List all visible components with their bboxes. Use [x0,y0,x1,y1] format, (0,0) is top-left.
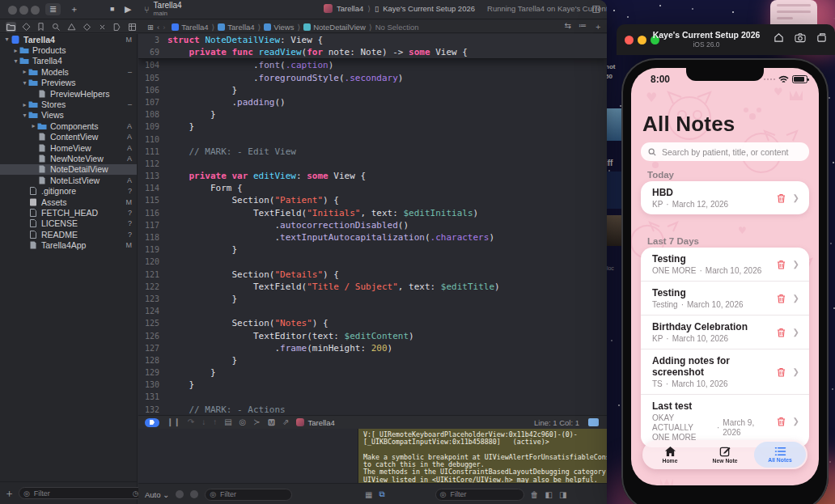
stop-button-icon[interactable]: ■ [110,5,114,13]
disclosure-closed-icon[interactable]: ▸ [12,47,19,54]
sidebar-item-license[interactable]: LICENSE? [0,218,137,229]
sidebar-item-notelistview[interactable]: NoteListViewA [0,175,137,185]
delete-note-icon[interactable] [777,193,786,203]
bookmarks-navigator-icon[interactable] [36,22,47,32]
variables-option-icon[interactable] [176,490,184,498]
delete-note-icon[interactable] [777,294,786,303]
screenshot-icon[interactable] [795,32,806,43]
note-list-item[interactable]: Birthday CelebrationKP·March 10, 2026❯ [641,315,809,349]
add-file-icon[interactable]: ＋ [4,486,15,501]
tab-home[interactable]: Home [642,440,697,469]
sidebar-item-products[interactable]: ▸Products [0,44,137,55]
sidebar-item-homeview[interactable]: HomeViewA [0,142,137,153]
breadcrumb-item[interactable]: Tarella4 [172,23,208,32]
console-output[interactable]: V:[_UIRemoteKeyboardPlaceholderView:0x11… [358,429,607,483]
sidebar-item-previews[interactable]: ▾Previews [0,78,137,88]
forward-icon[interactable]: › [163,23,165,32]
console-filter-mode-icon[interactable]: ⧉ [379,489,384,499]
home-button-icon[interactable] [774,32,784,43]
sidebar-item-fetch_head[interactable]: FETCH_HEAD? [0,207,137,218]
scheme-selector[interactable]: Tarella4 ⟩ ▯ Kaye's Current Setup 2026 R… [324,4,607,13]
sidebar-item-views[interactable]: ▾Views [0,110,137,121]
tab-all-notes[interactable]: All Notes [752,440,807,469]
disclosure-open-icon[interactable]: ▾ [21,112,28,119]
clear-console-icon[interactable]: 🗑 [531,490,539,499]
back-icon[interactable]: ‹ [157,23,159,32]
related-items-icon[interactable]: ⊞ [147,23,154,32]
disclosure-open-icon[interactable]: ▾ [3,36,11,43]
close-button[interactable] [8,6,17,15]
minimize-button[interactable] [19,6,28,15]
breadcrumb-item[interactable]: NoteDetailView [303,23,366,32]
console-mode-icon[interactable]: ▦ [365,490,372,499]
breadcrumb-item[interactable]: No Selection [375,23,419,32]
disclosure-open-icon[interactable]: ▾ [21,79,28,87]
variables-filter-input[interactable] [218,489,287,499]
breakpoints-toggle-icon[interactable] [145,418,159,427]
delete-note-icon[interactable] [777,367,786,377]
environment-overrides-icon[interactable]: ≻ [253,418,260,426]
sidebar-item-.gitignore[interactable]: .gitignore? [0,185,137,196]
disclosure-closed-icon[interactable]: ▸ [30,122,37,129]
add-tab-icon[interactable]: ＋ [70,3,78,15]
delete-note-icon[interactable] [777,328,786,337]
memory-graph-icon[interactable]: ◎ [239,418,247,426]
disclosure-open-icon[interactable]: ▾ [12,57,19,65]
variables-view[interactable] [138,429,358,483]
note-list-item[interactable]: TestingONE MORE·March 10, 2026❯ [641,248,809,281]
breadcrumb-item[interactable]: Views [264,23,294,32]
pause-icon[interactable]: ❙❙ [167,418,180,426]
view-hierarchy-icon[interactable]: ▤ [224,418,231,426]
simulator-titlebar[interactable]: Kaye's Current Setup 2026 iOS 26.0 [617,24,835,55]
source-editor[interactable]: 3struct NoteDetailView: View {69 private… [138,34,607,415]
debug-navigator-icon[interactable] [97,22,108,32]
delete-note-icon[interactable] [777,260,786,269]
variables-option-icon[interactable] [190,490,198,498]
breadcrumb-item[interactable]: Tarella4 [218,23,254,32]
disclosure-closed-icon[interactable]: ▸ [21,101,28,108]
sidebar-item-readme[interactable]: README? [0,229,137,239]
variables-mode-select[interactable]: Auto ⌄ [145,490,169,499]
step-out-icon[interactable]: ↑ [213,418,217,426]
note-list-item[interactable]: TestingTesting·March 10, 2026❯ [641,281,809,315]
sidebar-item-models[interactable]: ▸Models– [0,66,137,77]
note-list-item[interactable]: HBDKP·March 12, 2026❯ [641,181,809,214]
sidebar-item-assets[interactable]: AssetsM [0,197,137,207]
step-into-icon[interactable]: ↓ [201,418,206,426]
code-review-icon[interactable]: ⇆ [565,21,571,32]
project-navigator-icon[interactable] [6,22,16,32]
tab-new-note[interactable]: New Note [697,440,752,469]
sidebar-item-tarella4[interactable]: ▾Tarella4M [0,34,137,44]
step-over-icon[interactable]: ↷ [188,418,194,426]
sidebar-item-newnoteview[interactable]: NewNoteViewA [0,153,137,163]
sidebar-item-previewhelpers[interactable]: PreviewHelpers [0,88,137,99]
source-control-navigator-icon[interactable] [21,22,32,32]
sidebar-item-contentview[interactable]: ContentViewA [0,132,137,142]
disclosure-closed-icon[interactable]: ▸ [21,68,28,75]
sidebar-item-tarella4app[interactable]: Tarella4AppM [0,239,137,250]
run-button-icon[interactable]: ▶ [125,4,131,15]
metal-capture-icon[interactable]: 🅼 [268,418,275,426]
variables-filter-field[interactable]: ◎ [205,489,292,501]
reports-navigator-icon[interactable] [127,22,138,32]
sidebar-item-components[interactable]: ▸ComponentsA [0,121,137,131]
split-console-icon[interactable]: ◨ [559,490,566,499]
sidebar-item-notedetailview[interactable]: NoteDetailView [0,164,137,175]
console-filter-field[interactable]: ◎ [435,489,524,501]
search-input[interactable] [660,146,802,158]
navigator-toggle-icon[interactable]: ≣ [45,3,61,15]
simulate-location-icon[interactable]: ⇗ [282,418,289,426]
adjust-editor-icon[interactable]: ≔ [579,21,587,32]
navigator-filter-input[interactable] [32,489,130,498]
running-process[interactable]: Tarella4 [296,418,334,427]
split-variables-icon[interactable]: ◧ [545,490,553,499]
zoom-button[interactable] [31,6,40,15]
console-filter-input[interactable] [448,489,519,499]
editor-layout-icon[interactable]: ◫ [592,3,600,14]
sidebar-item-stores[interactable]: ▸Stores– [0,99,137,109]
save-screen-icon[interactable] [816,32,827,43]
tests-navigator-icon[interactable] [82,22,92,32]
add-editor-icon[interactable]: ＋ [594,21,602,32]
breakpoints-navigator-icon[interactable] [112,22,122,32]
sidebar-item-tarella4[interactable]: ▾Tarella4 [0,56,137,66]
